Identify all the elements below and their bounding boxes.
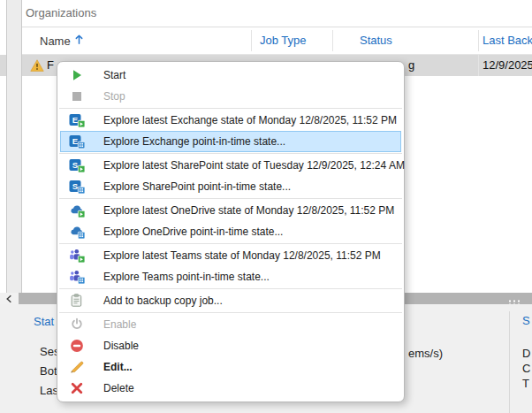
menu-item-explore-teams-point-in-time[interactable]: Explore Teams point-in-time state... — [60, 266, 401, 287]
menu-separator — [59, 198, 402, 199]
backup-copy-icon — [69, 293, 85, 309]
panel-divider — [509, 311, 510, 413]
menu-item-delete[interactable]: Delete — [60, 378, 401, 399]
menu-item-start[interactable]: Start — [60, 65, 401, 86]
menu-item-explore-latest-exchange[interactable]: E Explore latest Exchange state of Monda… — [60, 110, 401, 131]
column-separator[interactable] — [478, 30, 479, 51]
onedrive-latest-icon — [69, 203, 85, 218]
left-edge-selection — [0, 55, 6, 76]
column-separator — [478, 55, 479, 76]
row-status-fragment: g — [408, 58, 414, 72]
stop-icon — [69, 88, 85, 104]
menu-item-explore-sharepoint-point-in-time[interactable]: S Explore SharePoint point-in-time state… — [60, 176, 401, 197]
right-label-fragment: T — [522, 377, 529, 390]
start-icon — [69, 67, 85, 83]
context-menu-list: Start Stop E Explore latest Exchange sta… — [57, 65, 404, 399]
menu-separator — [59, 153, 402, 154]
edit-icon — [69, 359, 85, 375]
menu-item-explore-latest-sharepoint[interactable]: S Explore latest SharePoint state of Tue… — [60, 155, 401, 176]
menu-item-disable[interactable]: Disable — [60, 335, 401, 356]
right-section-header-fragment: S — [522, 314, 530, 327]
svg-text:S: S — [72, 160, 78, 170]
veeam-console-window: Organizations Name Job Type Status Last … — [0, 0, 532, 413]
svg-text:E: E — [72, 136, 78, 146]
column-header-name[interactable]: Name — [40, 34, 84, 48]
rate-value-fragment: ems/s) — [408, 347, 443, 360]
right-label-fragment: D — [522, 347, 530, 360]
menu-item-stop: Stop — [60, 86, 401, 107]
menu-item-edit[interactable]: Edit... — [60, 356, 401, 378]
teams-latest-icon — [69, 248, 85, 264]
left-gutter-strip — [6, 0, 21, 293]
column-header-last-backup[interactable]: Last Backup — [483, 34, 532, 47]
menu-separator — [59, 288, 402, 289]
menu-item-explore-exchange-point-in-time[interactable]: E Explore Exchange point-in-time state..… — [60, 131, 401, 152]
sharepoint-latest-icon: S — [69, 157, 85, 173]
panel-title: Organizations — [26, 6, 96, 19]
context-menu: Start Stop E Explore latest Exchange sta… — [57, 61, 405, 402]
sharepoint-pit-icon: S — [69, 179, 85, 195]
column-separator[interactable] — [251, 30, 252, 51]
grid-header-row: Name Job Type Status Last Backup — [22, 27, 532, 55]
grip-dots-icon[interactable] — [508, 294, 522, 302]
menu-item-enable: Enable — [60, 314, 401, 335]
menu-separator — [59, 243, 402, 244]
left-section-header-fragment: Stat — [34, 315, 54, 328]
menu-item-explore-latest-onedrive[interactable]: Explore latest OneDrive state of Monday … — [60, 200, 401, 221]
exchange-pit-icon: E — [69, 134, 85, 149]
warning-icon — [30, 58, 44, 73]
menu-separator — [59, 108, 402, 109]
right-label-fragment: C — [522, 362, 530, 375]
column-header-status[interactable]: Status — [360, 34, 392, 47]
row-last-backup-value: 12/9/2025 — [483, 58, 532, 72]
enable-icon — [69, 317, 85, 333]
menu-item-explore-onedrive-point-in-time[interactable]: Explore OneDrive point-in-time state... — [60, 221, 401, 242]
left-edge-panel — [0, 0, 6, 293]
column-separator[interactable] — [332, 30, 333, 51]
column-header-job-type[interactable]: Job Type — [260, 34, 307, 47]
onedrive-pit-icon — [69, 224, 85, 240]
teams-pit-icon — [69, 269, 85, 285]
svg-text:S: S — [72, 181, 78, 191]
panel-tab-bar: Organizations — [22, 0, 532, 27]
menu-item-explore-latest-teams[interactable]: Explore latest Teams state of Monday 12/… — [60, 245, 401, 266]
delete-icon — [69, 380, 85, 396]
scroll-left-button[interactable] — [0, 293, 18, 304]
row-name-fragment: F — [47, 58, 54, 72]
menu-separator — [59, 312, 402, 313]
exchange-latest-icon: E — [69, 112, 85, 128]
svg-text:E: E — [72, 115, 78, 125]
sort-asc-icon — [74, 34, 84, 48]
disable-icon — [69, 338, 85, 354]
menu-item-add-to-backup-copy-job[interactable]: Add to backup copy job... — [60, 290, 401, 311]
